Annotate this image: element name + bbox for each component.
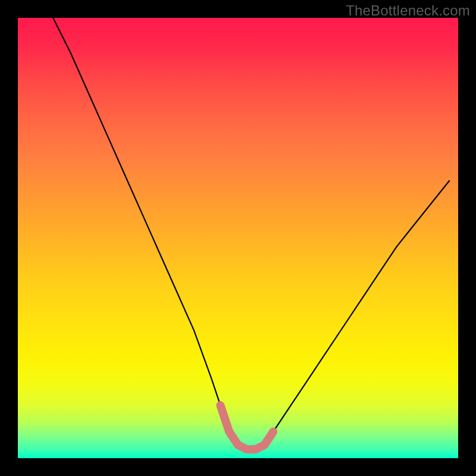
- chart-container: TheBottleneck.com: [0, 0, 476, 476]
- chart-curve: [53, 18, 449, 449]
- highlight-band: [220, 405, 273, 449]
- plot-area: [18, 18, 458, 458]
- watermark-text: TheBottleneck.com: [346, 2, 470, 19]
- bottleneck-curve: [53, 18, 449, 449]
- curve-svg: [18, 18, 458, 458]
